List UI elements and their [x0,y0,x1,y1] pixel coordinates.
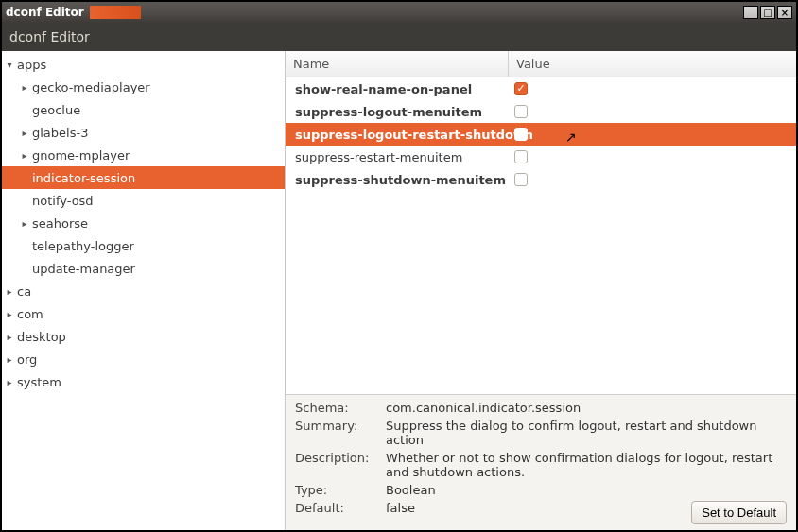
tree-item-update-manager[interactable]: update-manager [2,257,285,280]
value-checkbox[interactable]: ✓ [514,82,528,95]
tree-item-label: notify-osd [32,194,94,208]
table-row[interactable]: suppress-shutdown-menuitem [286,168,796,191]
detail-default-label: Default: [295,501,380,524]
tree-item-glabels-3[interactable]: ▸glabels-3 [2,121,285,144]
close-button[interactable]: × [777,6,792,19]
toolbar: dconf Editor [2,23,796,51]
chevron-right-icon: ▸ [19,128,30,138]
tree-item-label: apps [17,58,46,72]
tree-item-seahorse[interactable]: ▸seahorse [2,212,285,234]
chevron-down-icon: ▾ [4,60,15,70]
tree-item-desktop[interactable]: ▸desktop [2,325,285,348]
key-value-cell [509,105,796,118]
detail-default-value: false [386,501,685,524]
chevron-right-icon: ▸ [4,286,15,297]
key-name: suppress-logout-menuitem [286,105,509,119]
main-pane: Name Value show-real-name-on-panel✓suppr… [286,51,796,530]
window-title: dconf Editor [6,6,84,19]
tree-item-label: org [17,352,37,367]
detail-type-value: Boolean [386,483,787,497]
key-name: suppress-logout-restart-shutdown [286,128,509,142]
tree-item-label: update-manager [32,262,135,276]
chevron-right-icon: ▸ [19,82,30,93]
minimize-button[interactable]: _ [743,6,758,19]
table-row[interactable]: suppress-logout-menuitem [286,100,796,123]
tree-item-label: gecko-mediaplayer [32,80,150,94]
column-header-name[interactable]: Name [286,51,509,77]
tree-item-gecko-mediaplayer[interactable]: ▸gecko-mediaplayer [2,76,285,98]
detail-description-label: Description: [295,451,380,479]
key-name: suppress-shutdown-menuitem [286,173,509,187]
key-name: show-real-name-on-panel [286,82,509,96]
tree-item-org[interactable]: ▸org [2,348,285,370]
chevron-right-icon: ▸ [19,150,30,161]
tree-item-label: com [17,307,43,321]
tree-item-label: glabels-3 [32,126,88,140]
tree-item-com[interactable]: ▸com [2,302,285,325]
tree-item-label: telepathy-logger [32,239,134,253]
tree-item-label: desktop [17,330,66,344]
tree-item-label: system [17,375,61,389]
key-value-cell: ✓ [509,82,796,95]
column-header-value[interactable]: Value [509,51,796,77]
tree-item-label: seahorse [32,216,88,231]
tree-item-label: gnome-mplayer [32,148,130,163]
detail-summary-label: Summary: [295,419,380,447]
detail-description-value: Whether or not to show confirmation dial… [386,451,787,479]
titlebar-accent [90,6,141,19]
tree-item-indicator-session[interactable]: indicator-session [2,166,285,189]
window-titlebar[interactable]: dconf Editor _ □ × [2,2,796,23]
keys-table-header: Name Value [286,51,796,77]
tree-item-label: indicator-session [32,171,135,185]
detail-schema-label: Schema: [295,401,380,415]
tree-item-telepathy-logger[interactable]: telepathy-logger [2,234,285,257]
key-name: suppress-restart-menuitem [286,150,509,164]
key-detail-panel: Schema: com.canonical.indicator.session … [286,394,796,530]
tree-item-system[interactable]: ▸system [2,370,285,393]
table-row[interactable]: suppress-restart-menuitem [286,146,796,168]
table-row[interactable]: show-real-name-on-panel✓ [286,77,796,100]
chevron-right-icon: ▸ [4,377,15,387]
table-row[interactable]: suppress-logout-restart-shutdown↖ [286,123,796,146]
value-checkbox[interactable] [514,105,528,118]
tree-item-geoclue[interactable]: geoclue [2,98,285,121]
value-checkbox[interactable] [514,128,528,141]
schema-tree[interactable]: ▾apps▸gecko-mediaplayergeoclue▸glabels-3… [2,51,286,530]
detail-schema-value: com.canonical.indicator.session [386,401,787,415]
detail-type-label: Type: [295,483,380,497]
chevron-right-icon: ▸ [4,309,15,319]
chevron-right-icon: ▸ [4,332,15,342]
tree-item-ca[interactable]: ▸ca [2,280,285,302]
tree-item-label: geoclue [32,103,80,117]
mouse-cursor-icon: ↖ [565,129,577,145]
tree-item-label: ca [17,284,31,299]
value-checkbox[interactable] [514,150,528,163]
chevron-right-icon: ▸ [4,354,15,365]
tree-item-apps[interactable]: ▾apps [2,53,285,76]
keys-table-body[interactable]: show-real-name-on-panel✓suppress-logout-… [286,77,796,394]
value-checkbox[interactable] [514,173,528,186]
tree-item-notify-osd[interactable]: notify-osd [2,189,285,212]
detail-summary-value: Suppress the dialog to confirm logout, r… [386,419,787,447]
maximize-button[interactable]: □ [760,6,775,19]
toolbar-title: dconf Editor [9,29,90,44]
set-to-default-button[interactable]: Set to Default [691,501,787,524]
key-value-cell [509,150,796,163]
key-value-cell [509,173,796,186]
tree-item-gnome-mplayer[interactable]: ▸gnome-mplayer [2,144,285,166]
chevron-right-icon: ▸ [19,218,30,229]
key-value-cell: ↖ [509,128,796,141]
